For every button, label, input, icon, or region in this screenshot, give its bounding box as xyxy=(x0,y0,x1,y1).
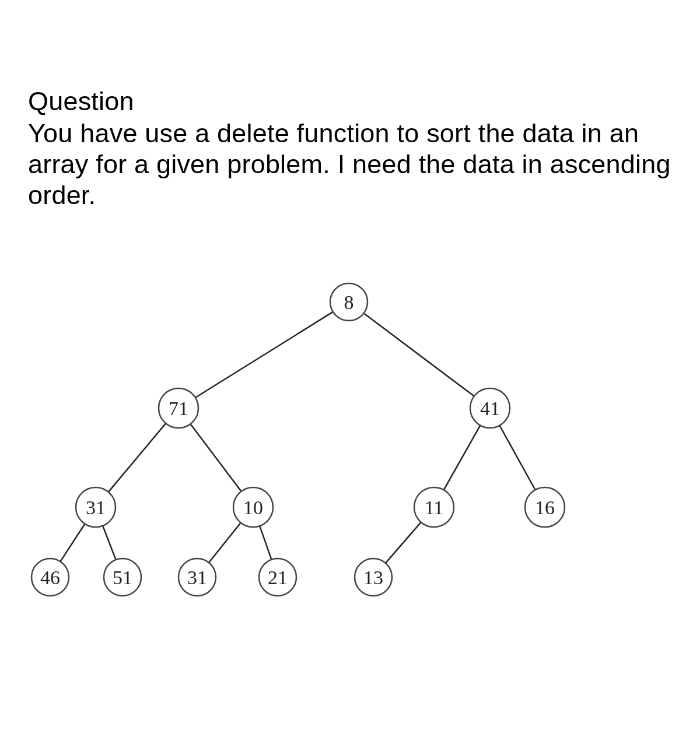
tree-node-label: 21 xyxy=(268,567,288,588)
tree-node: 51 xyxy=(104,559,141,596)
tree-node: 31 xyxy=(76,487,116,527)
tree-node-label: 46 xyxy=(40,567,60,588)
tree-node: 10 xyxy=(233,487,273,527)
tree-edge xyxy=(444,426,481,490)
tree-edge xyxy=(209,523,241,563)
tree-node: 41 xyxy=(470,388,510,428)
tree-node-label: 51 xyxy=(113,567,132,588)
tree-node: 46 xyxy=(32,559,69,596)
question-body: You have use a delete function to sort t… xyxy=(28,118,681,210)
tree-edge xyxy=(386,522,421,563)
tree-node: 71 xyxy=(159,388,198,428)
tree-node: 8 xyxy=(330,283,368,321)
tree-node: 31 xyxy=(178,559,216,596)
tree-node-label: 41 xyxy=(480,398,500,419)
tree-edge xyxy=(260,526,271,560)
tree-edge xyxy=(364,313,474,396)
tree-node-label: 16 xyxy=(535,497,555,518)
tree-diagram: 87141311011164651312113 xyxy=(0,274,700,606)
tree-edge xyxy=(60,524,85,562)
tree-edge xyxy=(195,312,333,398)
question-block: Question You have use a delete function … xyxy=(28,86,681,210)
tree-node: 11 xyxy=(414,487,454,527)
tree-edge xyxy=(108,423,166,492)
tree-node-label: 31 xyxy=(86,497,106,518)
tree-edge xyxy=(190,424,241,491)
tree-node: 16 xyxy=(525,487,565,527)
tree-edge xyxy=(103,526,116,560)
question-heading: Question xyxy=(28,86,681,117)
tree-node: 21 xyxy=(259,559,296,596)
page: Question You have use a delete function … xyxy=(0,0,700,748)
tree-node-label: 71 xyxy=(169,398,188,419)
tree-edge xyxy=(499,426,535,490)
tree-node-label: 13 xyxy=(363,567,383,588)
tree-node-label: 11 xyxy=(425,497,444,518)
tree-node-label: 31 xyxy=(187,567,207,588)
tree-node-label: 10 xyxy=(243,497,263,518)
tree-node: 13 xyxy=(355,559,392,596)
tree-node-label: 8 xyxy=(344,292,354,313)
